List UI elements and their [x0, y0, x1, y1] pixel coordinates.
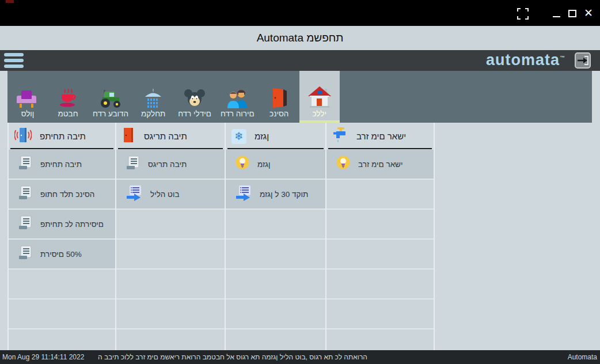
empty-cell [326, 240, 434, 270]
empty-cell [326, 210, 434, 240]
tab-kitchen[interactable]: מטבח [48, 71, 88, 123]
empty-cell [326, 329, 434, 350]
column-header: ברז מים ראשי [326, 123, 434, 150]
empty-cell [116, 299, 225, 329]
empty-cell [9, 270, 115, 299]
empty-cell [226, 329, 325, 350]
empty-cell [226, 210, 325, 240]
tab-general[interactable]: כללי [299, 71, 340, 123]
mickey-icon [184, 81, 206, 108]
column-open-house: פתיחת הבית פתיחת הבית פותח דלת כניסה [7, 123, 115, 350]
empty-cell [326, 270, 434, 299]
list-icon [18, 215, 33, 233]
scenario-label: פתיחת הבית [40, 160, 82, 169]
tab-parents-room[interactable]: חדר הורים [216, 71, 259, 123]
scenario-cell[interactable]: מזגן [226, 150, 325, 180]
column-main-water-tap: ברז מים ראשי ברז מים ראשי [325, 123, 435, 350]
tab-label: כניסה [269, 109, 288, 118]
sofa-icon [17, 81, 39, 108]
scenario-label: מזגן ל 30 דקות [260, 190, 308, 199]
tab-shower[interactable]: מקלחת [133, 71, 173, 123]
status-app-name: Automata [568, 353, 597, 361]
tab-kids-room[interactable]: חדר ילדים [173, 71, 216, 123]
scenario-run-icon [126, 185, 143, 203]
tab-salon[interactable]: סלון [7, 71, 48, 123]
column-header-label: סגירת הבית [144, 131, 187, 141]
status-timestamp: Mon Aug 29 11:14:11 2022 [2, 353, 84, 361]
scenario-board: פתיחת הבית פתיחת הבית פותח דלת כניסה [7, 123, 435, 350]
maximize-button[interactable] [568, 10, 576, 17]
room-tab-bar: סלון מטבח חדר עבודה [7, 71, 592, 123]
screen-artifact [6, 0, 14, 3]
list-icon [18, 185, 33, 203]
empty-cell [116, 329, 225, 350]
column-header: פתיחת הבית [9, 123, 115, 150]
coffee-cup-icon [58, 81, 78, 108]
window-top-bar: ✕ [0, 0, 600, 26]
empty-cell [9, 299, 115, 329]
hamburger-menu-icon[interactable] [4, 53, 25, 68]
app-bar: automata™ [0, 50, 600, 71]
scenario-label: תריסים 50% [40, 250, 82, 259]
house-icon [307, 81, 332, 108]
close-button[interactable]: ✕ [584, 7, 593, 19]
scenario-cell[interactable]: פתיחת הבית [9, 150, 115, 180]
empty-cell [116, 270, 225, 299]
status-message: ה בבית כולל ברז מים משאיר תאורה במטבח לא… [98, 353, 367, 361]
column-header-label: ברז מים ראשי [356, 131, 406, 141]
empty-cell [226, 270, 325, 299]
snowflake-icon: ❄ [231, 129, 246, 144]
scenario-cell[interactable]: לילה טוב [116, 180, 225, 210]
column-close-house: סגירת הבית סגירת הבית לילה [115, 123, 225, 350]
list-icon [126, 156, 140, 173]
empty-cell [326, 299, 434, 329]
parents-icon [226, 81, 248, 108]
empty-cell [116, 240, 225, 270]
scenario-label: פותח דלת כניסה [40, 190, 94, 199]
empty-cell [226, 240, 325, 270]
door-alarm-icon [14, 127, 32, 145]
door-icon [271, 81, 288, 108]
tractor-icon [99, 81, 122, 108]
bulb-icon [336, 156, 351, 173]
scenario-label: סגירת הבית [148, 160, 187, 169]
scenario-run-icon [235, 185, 252, 203]
tab-label: מטבח [58, 109, 78, 118]
list-icon [18, 156, 33, 173]
status-bar: Mon Aug 29 11:14:11 2022 ה בבית כולל ברז… [0, 350, 600, 364]
scenario-cell[interactable]: סגירת הבית [116, 150, 225, 180]
scenario-label: מזגן [257, 160, 271, 169]
tab-label: סלון [21, 109, 35, 118]
column-header-label: פתיחת הבית [40, 131, 86, 141]
minimize-button[interactable] [553, 16, 560, 17]
scenario-cell[interactable]: תריסים 50% [9, 240, 115, 270]
shower-icon [143, 81, 164, 108]
tab-entrance[interactable]: כניסה [259, 71, 299, 123]
empty-cell [9, 329, 115, 350]
column-ac: ❄ מזגן מזגן [225, 123, 325, 350]
title-bar: Automata משפחת [0, 26, 600, 50]
page-title: Automata משפחת [257, 32, 344, 44]
exit-arrow-icon[interactable] [575, 52, 591, 69]
fullscreen-toggle-icon[interactable] [517, 8, 529, 20]
automata-logo: automata™ [486, 51, 565, 69]
column-header: סגירת הבית [116, 123, 225, 150]
door-closed-icon [122, 127, 136, 145]
tab-label: חדר עבודה [93, 109, 128, 118]
tab-label: מקלחת [141, 109, 165, 118]
faucet-icon [332, 127, 348, 145]
list-icon [18, 245, 33, 263]
scenario-cell[interactable]: פתיחת כל התריסים [9, 210, 115, 240]
tab-label: חדר הורים [221, 109, 255, 118]
column-header-label: מזגן [255, 131, 269, 141]
scenario-cell[interactable]: מזגן ל 30 דקות [226, 180, 325, 210]
scenario-cell[interactable]: פותח דלת כניסה [9, 180, 115, 210]
scenario-label: ברז מים ראשי [358, 160, 402, 169]
empty-cell [226, 299, 325, 329]
column-header: ❄ מזגן [226, 123, 325, 150]
empty-cell [116, 210, 225, 240]
scenario-cell[interactable]: ברז מים ראשי [326, 150, 434, 180]
bulb-icon [235, 156, 250, 173]
tab-work-room[interactable]: חדר עבודה [88, 71, 133, 123]
tab-label: חדר ילדים [178, 109, 211, 118]
